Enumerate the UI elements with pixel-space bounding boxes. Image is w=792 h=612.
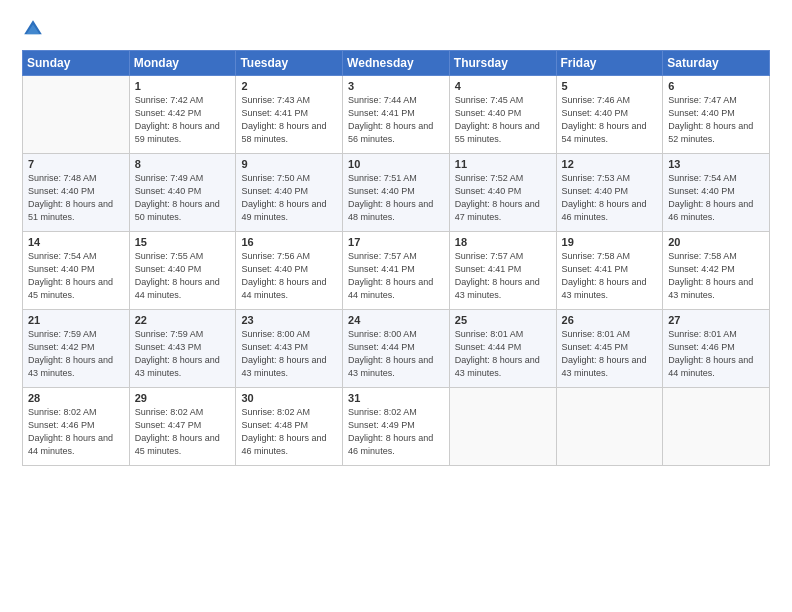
day-info: Sunrise: 8:02 AMSunset: 4:47 PMDaylight:… xyxy=(135,406,231,458)
day-cell: 28 Sunrise: 8:02 AMSunset: 4:46 PMDaylig… xyxy=(23,388,130,466)
day-info: Sunrise: 7:49 AMSunset: 4:40 PMDaylight:… xyxy=(135,172,231,224)
day-info: Sunrise: 7:57 AMSunset: 4:41 PMDaylight:… xyxy=(455,250,551,302)
day-cell: 19 Sunrise: 7:58 AMSunset: 4:41 PMDaylig… xyxy=(556,232,663,310)
day-cell xyxy=(663,388,770,466)
day-info: Sunrise: 8:00 AMSunset: 4:44 PMDaylight:… xyxy=(348,328,444,380)
day-cell: 30 Sunrise: 8:02 AMSunset: 4:48 PMDaylig… xyxy=(236,388,343,466)
day-info: Sunrise: 8:01 AMSunset: 4:46 PMDaylight:… xyxy=(668,328,764,380)
day-cell: 15 Sunrise: 7:55 AMSunset: 4:40 PMDaylig… xyxy=(129,232,236,310)
week-row-5: 28 Sunrise: 8:02 AMSunset: 4:46 PMDaylig… xyxy=(23,388,770,466)
day-number: 13 xyxy=(668,158,764,170)
day-cell: 25 Sunrise: 8:01 AMSunset: 4:44 PMDaylig… xyxy=(449,310,556,388)
day-info: Sunrise: 8:02 AMSunset: 4:46 PMDaylight:… xyxy=(28,406,124,458)
header-row: SundayMondayTuesdayWednesdayThursdayFrid… xyxy=(23,51,770,76)
day-cell: 3 Sunrise: 7:44 AMSunset: 4:41 PMDayligh… xyxy=(343,76,450,154)
day-cell: 9 Sunrise: 7:50 AMSunset: 4:40 PMDayligh… xyxy=(236,154,343,232)
day-info: Sunrise: 7:55 AMSunset: 4:40 PMDaylight:… xyxy=(135,250,231,302)
calendar-table: SundayMondayTuesdayWednesdayThursdayFrid… xyxy=(22,50,770,466)
day-number: 25 xyxy=(455,314,551,326)
day-number: 9 xyxy=(241,158,337,170)
day-number: 6 xyxy=(668,80,764,92)
day-cell xyxy=(449,388,556,466)
day-cell: 8 Sunrise: 7:49 AMSunset: 4:40 PMDayligh… xyxy=(129,154,236,232)
day-number: 18 xyxy=(455,236,551,248)
day-cell: 18 Sunrise: 7:57 AMSunset: 4:41 PMDaylig… xyxy=(449,232,556,310)
day-cell: 13 Sunrise: 7:54 AMSunset: 4:40 PMDaylig… xyxy=(663,154,770,232)
day-info: Sunrise: 7:47 AMSunset: 4:40 PMDaylight:… xyxy=(668,94,764,146)
day-cell: 21 Sunrise: 7:59 AMSunset: 4:42 PMDaylig… xyxy=(23,310,130,388)
day-cell: 12 Sunrise: 7:53 AMSunset: 4:40 PMDaylig… xyxy=(556,154,663,232)
day-info: Sunrise: 7:54 AMSunset: 4:40 PMDaylight:… xyxy=(668,172,764,224)
week-row-4: 21 Sunrise: 7:59 AMSunset: 4:42 PMDaylig… xyxy=(23,310,770,388)
day-number: 3 xyxy=(348,80,444,92)
day-number: 12 xyxy=(562,158,658,170)
day-cell: 11 Sunrise: 7:52 AMSunset: 4:40 PMDaylig… xyxy=(449,154,556,232)
day-number: 26 xyxy=(562,314,658,326)
day-info: Sunrise: 7:58 AMSunset: 4:42 PMDaylight:… xyxy=(668,250,764,302)
day-info: Sunrise: 8:00 AMSunset: 4:43 PMDaylight:… xyxy=(241,328,337,380)
header-cell-thursday: Thursday xyxy=(449,51,556,76)
day-number: 29 xyxy=(135,392,231,404)
week-row-2: 7 Sunrise: 7:48 AMSunset: 4:40 PMDayligh… xyxy=(23,154,770,232)
logo xyxy=(22,18,48,40)
day-number: 2 xyxy=(241,80,337,92)
day-info: Sunrise: 7:53 AMSunset: 4:40 PMDaylight:… xyxy=(562,172,658,224)
day-cell: 5 Sunrise: 7:46 AMSunset: 4:40 PMDayligh… xyxy=(556,76,663,154)
header-cell-friday: Friday xyxy=(556,51,663,76)
day-number: 17 xyxy=(348,236,444,248)
day-number: 31 xyxy=(348,392,444,404)
header-cell-monday: Monday xyxy=(129,51,236,76)
day-cell xyxy=(23,76,130,154)
day-number: 10 xyxy=(348,158,444,170)
day-number: 1 xyxy=(135,80,231,92)
day-info: Sunrise: 7:54 AMSunset: 4:40 PMDaylight:… xyxy=(28,250,124,302)
day-number: 5 xyxy=(562,80,658,92)
day-number: 15 xyxy=(135,236,231,248)
day-cell: 7 Sunrise: 7:48 AMSunset: 4:40 PMDayligh… xyxy=(23,154,130,232)
day-cell: 6 Sunrise: 7:47 AMSunset: 4:40 PMDayligh… xyxy=(663,76,770,154)
day-number: 28 xyxy=(28,392,124,404)
day-info: Sunrise: 7:59 AMSunset: 4:43 PMDaylight:… xyxy=(135,328,231,380)
day-number: 21 xyxy=(28,314,124,326)
day-cell: 10 Sunrise: 7:51 AMSunset: 4:40 PMDaylig… xyxy=(343,154,450,232)
day-number: 22 xyxy=(135,314,231,326)
day-cell: 27 Sunrise: 8:01 AMSunset: 4:46 PMDaylig… xyxy=(663,310,770,388)
day-cell: 24 Sunrise: 8:00 AMSunset: 4:44 PMDaylig… xyxy=(343,310,450,388)
day-number: 30 xyxy=(241,392,337,404)
day-number: 8 xyxy=(135,158,231,170)
day-info: Sunrise: 7:52 AMSunset: 4:40 PMDaylight:… xyxy=(455,172,551,224)
day-cell: 23 Sunrise: 8:00 AMSunset: 4:43 PMDaylig… xyxy=(236,310,343,388)
day-info: Sunrise: 7:57 AMSunset: 4:41 PMDaylight:… xyxy=(348,250,444,302)
day-cell: 1 Sunrise: 7:42 AMSunset: 4:42 PMDayligh… xyxy=(129,76,236,154)
day-info: Sunrise: 7:45 AMSunset: 4:40 PMDaylight:… xyxy=(455,94,551,146)
logo-icon xyxy=(22,18,44,40)
week-row-1: 1 Sunrise: 7:42 AMSunset: 4:42 PMDayligh… xyxy=(23,76,770,154)
day-info: Sunrise: 7:43 AMSunset: 4:41 PMDaylight:… xyxy=(241,94,337,146)
day-number: 24 xyxy=(348,314,444,326)
day-cell: 22 Sunrise: 7:59 AMSunset: 4:43 PMDaylig… xyxy=(129,310,236,388)
header xyxy=(22,18,770,40)
header-cell-wednesday: Wednesday xyxy=(343,51,450,76)
day-info: Sunrise: 7:59 AMSunset: 4:42 PMDaylight:… xyxy=(28,328,124,380)
day-info: Sunrise: 7:48 AMSunset: 4:40 PMDaylight:… xyxy=(28,172,124,224)
day-info: Sunrise: 7:51 AMSunset: 4:40 PMDaylight:… xyxy=(348,172,444,224)
day-cell xyxy=(556,388,663,466)
day-info: Sunrise: 7:46 AMSunset: 4:40 PMDaylight:… xyxy=(562,94,658,146)
day-number: 19 xyxy=(562,236,658,248)
day-cell: 26 Sunrise: 8:01 AMSunset: 4:45 PMDaylig… xyxy=(556,310,663,388)
day-number: 20 xyxy=(668,236,764,248)
day-cell: 20 Sunrise: 7:58 AMSunset: 4:42 PMDaylig… xyxy=(663,232,770,310)
day-cell: 17 Sunrise: 7:57 AMSunset: 4:41 PMDaylig… xyxy=(343,232,450,310)
day-number: 11 xyxy=(455,158,551,170)
day-number: 23 xyxy=(241,314,337,326)
day-info: Sunrise: 7:50 AMSunset: 4:40 PMDaylight:… xyxy=(241,172,337,224)
week-row-3: 14 Sunrise: 7:54 AMSunset: 4:40 PMDaylig… xyxy=(23,232,770,310)
day-cell: 16 Sunrise: 7:56 AMSunset: 4:40 PMDaylig… xyxy=(236,232,343,310)
day-number: 14 xyxy=(28,236,124,248)
header-cell-sunday: Sunday xyxy=(23,51,130,76)
day-number: 27 xyxy=(668,314,764,326)
day-number: 7 xyxy=(28,158,124,170)
day-cell: 2 Sunrise: 7:43 AMSunset: 4:41 PMDayligh… xyxy=(236,76,343,154)
header-cell-saturday: Saturday xyxy=(663,51,770,76)
day-info: Sunrise: 7:42 AMSunset: 4:42 PMDaylight:… xyxy=(135,94,231,146)
